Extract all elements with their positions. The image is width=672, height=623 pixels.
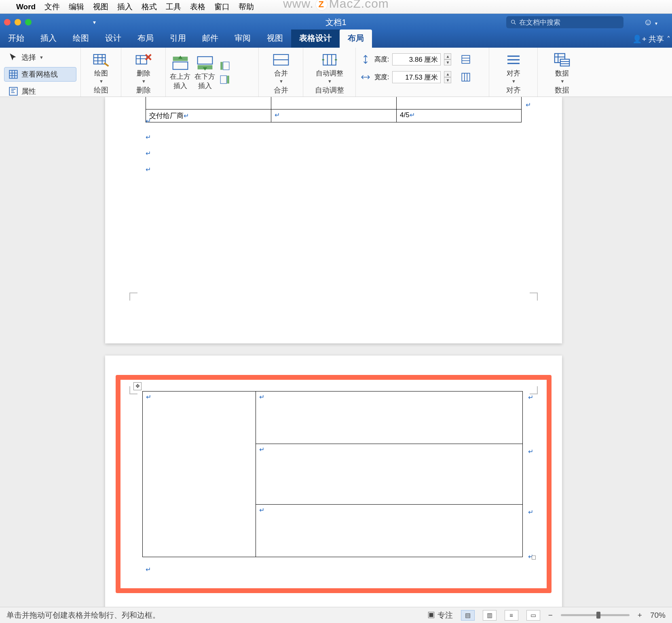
svg-rect-23 — [560, 59, 569, 66]
height-label: 高度: — [374, 55, 389, 64]
collapse-ribbon-icon[interactable]: ˄ — [667, 35, 670, 44]
align-icon — [505, 52, 522, 68]
group-label-draw: 绘图 — [85, 85, 117, 95]
table-move-handle[interactable]: ✥ — [133, 382, 142, 390]
zoom-in-button[interactable]: + — [638, 611, 642, 620]
fullscreen-window-button[interactable] — [25, 19, 32, 25]
outline-view-button[interactable]: ≡ — [505, 610, 518, 621]
group-label-merge: 合并 — [263, 85, 299, 95]
app-name[interactable]: Word — [16, 2, 36, 11]
grid-icon — [8, 69, 19, 80]
data-button[interactable]: 数据▼ — [553, 52, 571, 84]
tab-draw[interactable]: 绘图 — [65, 29, 97, 48]
height-icon — [360, 54, 371, 65]
zoom-out-button[interactable]: − — [548, 611, 553, 620]
svg-rect-21 — [462, 73, 470, 81]
delete-icon — [135, 52, 152, 68]
tab-insert[interactable]: 插入 — [32, 29, 65, 48]
table-resize-handle[interactable] — [532, 556, 536, 560]
draw-table-button[interactable]: 绘图▼ — [92, 52, 110, 84]
table-row: 交付给厂商↵ ↵ 4/5↵ — [146, 109, 522, 122]
select-button[interactable]: 选择▼ — [4, 50, 76, 65]
table-2[interactable]: ↵↵ ↵ ↵ — [142, 391, 523, 557]
autofit-button[interactable]: 自动调整▼ — [316, 52, 343, 84]
menu-insert[interactable]: 插入 — [117, 2, 133, 12]
menu-tools[interactable]: 工具 — [166, 2, 181, 12]
menu-format[interactable]: 格式 — [142, 2, 157, 12]
feedback-icon[interactable]: ☺︎ ▾ — [643, 17, 657, 27]
tab-mailings[interactable]: 邮件 — [194, 29, 226, 48]
delete-button[interactable]: 删除▼ — [135, 52, 152, 84]
distribute-cols-icon[interactable] — [460, 72, 471, 83]
view-gridlines-button[interactable]: 查看网格线 — [4, 67, 76, 82]
web-layout-view-button[interactable]: ▥ — [483, 610, 497, 621]
width-spinner[interactable]: ▲▼ — [444, 71, 451, 83]
tab-table-design[interactable]: 表格设计 — [291, 29, 340, 48]
height-spinner[interactable]: ▲▼ — [444, 53, 451, 65]
zoom-slider[interactable] — [561, 614, 630, 616]
cursor-icon — [8, 52, 19, 63]
svg-rect-14 — [223, 62, 229, 70]
group-label-align: 对齐 — [493, 85, 533, 95]
align-button[interactable]: 对齐▼ — [505, 52, 522, 84]
svg-point-5 — [511, 20, 515, 23]
search-input[interactable]: 在文档中搜索 — [506, 16, 623, 28]
mac-menubar: Word 文件 编辑 视图 插入 格式 工具 表格 窗口 帮助 — [0, 0, 672, 14]
width-input[interactable]: 17.53 厘米 — [392, 71, 441, 83]
share-button[interactable]: 👤+ 共享 — [632, 34, 664, 44]
distribute-rows-icon[interactable] — [460, 54, 471, 65]
insert-right-icon[interactable] — [219, 74, 230, 85]
menu-window[interactable]: 窗口 — [214, 2, 230, 12]
menu-view[interactable]: 视图 — [93, 2, 108, 12]
tab-design[interactable]: 设计 — [97, 29, 129, 48]
svg-rect-6 — [9, 70, 17, 78]
status-message: 单击并拖动可创建表格并绘制行、列和边框。 — [6, 610, 160, 621]
svg-rect-20 — [462, 55, 470, 63]
tab-references[interactable]: 引用 — [162, 29, 194, 48]
page-2: ✥ ↵↵ ↵ ↵ ↵ ↵ ↵ ↵ ↵ 拖动绘制表格，根据需要绘制列和行 — [105, 356, 562, 607]
merge-button[interactable]: 合并▼ — [272, 52, 290, 84]
menu-file[interactable]: 文件 — [44, 2, 60, 12]
tab-review[interactable]: 审阅 — [226, 29, 259, 48]
ribbon: 选择▼ 查看网格线 属性 绘图▼ 绘图 删除▼ — [0, 48, 672, 97]
svg-rect-17 — [227, 76, 229, 84]
window-titlebar: ▾ 文档1 在文档中搜索 ☺︎ ▾ — [0, 14, 672, 31]
insert-below-icon — [196, 55, 214, 71]
insert-above-icon — [171, 55, 189, 71]
insert-left-icon[interactable] — [219, 60, 230, 72]
close-window-button[interactable] — [4, 19, 11, 25]
svg-rect-16 — [220, 76, 226, 84]
tab-layout[interactable]: 布局 — [129, 29, 162, 48]
tab-home[interactable]: 开始 — [0, 29, 32, 48]
print-layout-view-button[interactable]: ▤ — [461, 610, 475, 621]
qat-more-icon[interactable]: ▾ — [93, 19, 96, 25]
height-input[interactable]: 3.86 厘米 — [392, 53, 441, 65]
tab-view[interactable]: 视图 — [259, 29, 291, 48]
data-icon — [553, 52, 571, 68]
insert-below-button[interactable]: 在下方 插入 — [194, 55, 215, 91]
status-bar: 单击并拖动可创建表格并绘制行、列和边框。 ▣ 专注 ▤ ▥ ≡ ▭ − + 70… — [0, 607, 672, 623]
properties-button[interactable]: 属性 — [4, 84, 76, 99]
draw-table-icon — [92, 52, 110, 68]
insert-above-button[interactable]: 在上方 插入 — [170, 55, 190, 91]
document-area[interactable]: 交付给厂商↵ ↵ 4/5↵ ↵ ↵ ↵ ↵ ↵ ✥ ↵↵ ↵ ↵ ↵ ↵ ↵ ↵ — [0, 97, 672, 607]
svg-rect-12 — [197, 57, 212, 64]
draft-view-button[interactable]: ▭ — [526, 610, 540, 621]
menu-table[interactable]: 表格 — [190, 2, 205, 12]
zoom-level[interactable]: 70% — [650, 611, 666, 620]
focus-mode-button[interactable]: ▣ 专注 — [427, 610, 452, 621]
width-icon — [360, 72, 371, 83]
document-title: 文档1 — [325, 17, 346, 28]
tab-table-layout[interactable]: 布局 — [340, 29, 372, 48]
menu-edit[interactable]: 编辑 — [69, 2, 84, 12]
group-label-autofit: 自动调整 — [307, 85, 351, 95]
svg-rect-15 — [220, 62, 222, 70]
svg-rect-7 — [9, 87, 17, 95]
properties-icon — [8, 86, 19, 97]
menu-help[interactable]: 帮助 — [239, 2, 254, 12]
merge-icon — [272, 52, 290, 68]
search-placeholder: 在文档中搜索 — [519, 18, 560, 27]
minimize-window-button[interactable] — [15, 19, 21, 25]
ribbon-tabs: 开始 插入 绘图 设计 布局 引用 邮件 审阅 视图 表格设计 布局 👤+ 共享… — [0, 31, 672, 48]
table-1[interactable]: 交付给厂商↵ ↵ 4/5↵ — [146, 97, 522, 122]
